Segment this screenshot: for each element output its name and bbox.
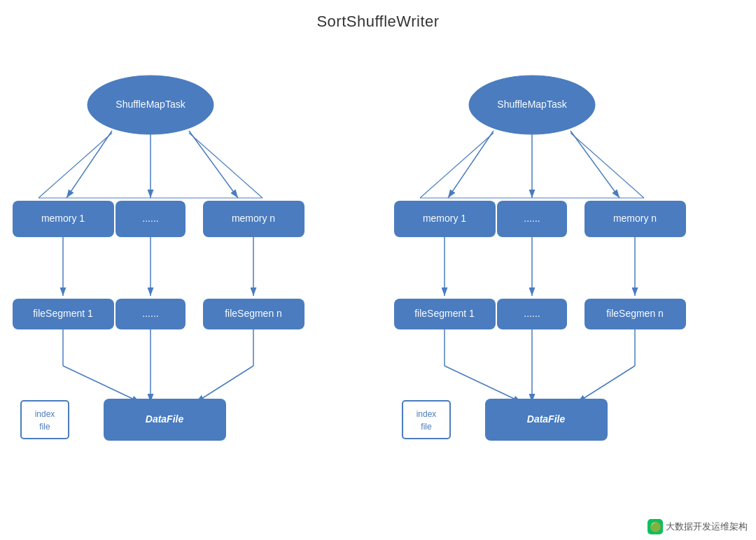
- svg-line-29: [196, 366, 253, 402]
- svg-text:DataFile: DataFile: [146, 413, 184, 425]
- svg-text:......: ......: [142, 213, 158, 224]
- svg-text:fileSegmen n: fileSegmen n: [606, 308, 664, 319]
- svg-text:memory n: memory n: [232, 213, 275, 224]
- svg-text:file: file: [39, 422, 50, 432]
- svg-line-39: [570, 131, 620, 198]
- svg-text:file: file: [421, 422, 432, 432]
- svg-line-41: [570, 133, 644, 198]
- watermark: 🟢 大数据开发运维架构: [648, 519, 748, 534]
- svg-text:ShuffleMapTask: ShuffleMapTask: [115, 99, 186, 110]
- svg-text:......: ......: [524, 213, 540, 224]
- svg-line-8: [189, 133, 262, 198]
- svg-text:fileSegment 1: fileSegment 1: [414, 308, 475, 319]
- svg-text:......: ......: [524, 308, 540, 319]
- svg-line-62: [578, 366, 635, 402]
- watermark-text: 大数据开发运维架构: [666, 520, 748, 533]
- svg-text:DataFile: DataFile: [527, 413, 566, 425]
- svg-line-7: [38, 133, 112, 198]
- svg-line-5: [189, 131, 238, 198]
- svg-text:memory 1: memory 1: [41, 213, 85, 224]
- svg-text:ShuffleMapTask: ShuffleMapTask: [497, 99, 567, 110]
- svg-rect-30: [21, 401, 69, 439]
- svg-text:index: index: [35, 409, 55, 419]
- svg-text:memory n: memory n: [613, 213, 657, 224]
- svg-rect-63: [402, 401, 450, 439]
- svg-line-59: [444, 366, 522, 402]
- svg-text:......: ......: [142, 308, 158, 319]
- svg-text:index: index: [416, 409, 437, 419]
- svg-line-3: [66, 131, 112, 198]
- page-title: SortShuffleWriter: [0, 0, 756, 31]
- svg-text:fileSegmen n: fileSegmen n: [225, 308, 282, 319]
- svg-line-40: [420, 133, 493, 198]
- svg-line-26: [63, 366, 140, 402]
- svg-text:memory 1: memory 1: [423, 213, 466, 224]
- wechat-icon: 🟢: [648, 519, 663, 534]
- diagram-area: ShuffleMapTask memory 1 ...... memory n …: [0, 38, 756, 540]
- svg-line-37: [448, 131, 493, 198]
- svg-text:fileSegment 1: fileSegment 1: [33, 308, 93, 319]
